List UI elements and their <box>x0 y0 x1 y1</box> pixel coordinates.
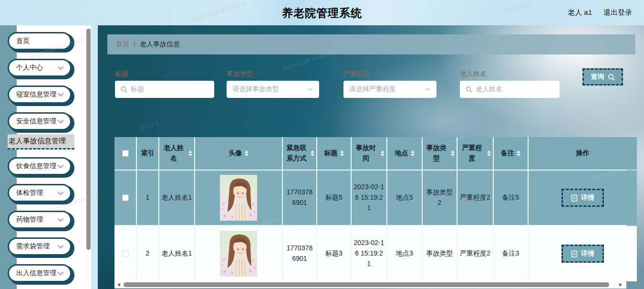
elder-name-search-input[interactable]: 老人姓名 <box>460 81 560 98</box>
search-button-label: 查询 <box>591 73 604 81</box>
severity-placeholder: 请选择严重程度 <box>349 85 396 94</box>
sidebar-item-label: 出入信息管理 <box>16 269 56 278</box>
type-cell: 事故类型2 <box>423 171 457 225</box>
current-user-link[interactable]: 老人 a1 <box>568 8 592 17</box>
remark-cell: 备注5 <box>494 171 528 225</box>
document-icon <box>571 194 578 202</box>
col-header-index[interactable]: 索引 <box>137 137 158 170</box>
sidebar-scrollbar-track[interactable] <box>86 28 91 287</box>
elder-name-cell: 老人姓名1 <box>159 171 194 225</box>
index-cell: 1 <box>137 171 158 225</box>
row-checkbox[interactable] <box>122 250 129 257</box>
filter-accident-type: 事故类型 请选择事故类型 <box>227 68 319 98</box>
chevron-down-icon <box>57 66 64 70</box>
accident-type-select[interactable]: 请选择事故类型 <box>227 81 319 98</box>
col-header-severity[interactable]: 严重程度 <box>457 137 493 170</box>
sidebar-item-label: 首页 <box>16 37 30 45</box>
sort-icon[interactable] <box>451 150 455 156</box>
sidebar-item-access-info[interactable]: 出入信息管理 <box>8 264 72 282</box>
sort-icon[interactable] <box>381 150 384 156</box>
action-cell: 详情 <box>529 226 637 281</box>
contact-cell: 17703786901 <box>283 226 316 281</box>
col-label: 索引 <box>141 148 155 159</box>
sort-icon[interactable] <box>487 150 491 156</box>
col-header-title[interactable]: 标题 <box>317 137 351 170</box>
search-button[interactable]: 查询 <box>582 68 623 86</box>
time-cell: 2023-02-16 15:19:21 <box>352 226 386 281</box>
sort-icon[interactable] <box>340 150 344 156</box>
elder-name-label: 老人姓名 <box>460 68 560 81</box>
col-header-time[interactable]: 事故时间 <box>352 137 386 170</box>
row-checkbox[interactable] <box>122 194 129 201</box>
chevron-down-icon <box>57 93 64 97</box>
title-search-input[interactable]: 标题 <box>115 81 214 98</box>
elder-avatar-photo[interactable] <box>220 175 257 221</box>
sort-icon[interactable] <box>188 150 192 156</box>
detail-button[interactable]: 详情 <box>561 189 604 207</box>
severity-select[interactable]: 请选择严重程度 <box>343 81 436 98</box>
detail-button[interactable]: 详情 <box>561 245 604 263</box>
col-header-place[interactable]: 地点 <box>387 137 422 170</box>
col-header-remark[interactable]: 备注 <box>494 137 528 170</box>
header-user-area: 老人 a1 退出登录 <box>568 8 632 17</box>
filter-elder-name: 老人姓名 老人姓名 <box>460 68 560 98</box>
sort-icon[interactable] <box>517 150 520 156</box>
col-header-avatar[interactable]: 头像 <box>195 137 282 170</box>
sidebar-item-label: 体检管理 <box>16 189 43 197</box>
col-label: 紧急联系方式 <box>285 143 308 163</box>
remark-cell: 备注3 <box>494 226 528 281</box>
document-icon <box>571 250 578 257</box>
sort-icon[interactable] <box>311 150 314 156</box>
search-icon <box>121 86 127 93</box>
scroll-left-arrow[interactable] <box>117 283 120 287</box>
sidebar-menu: 首页 个人中心 寝室信息管理 安全信息管理 老人事故信息管理 饮食信息管理 体检… <box>8 32 74 289</box>
sidebar-item-elder-accident-info-active[interactable]: 老人事故信息管理 <box>8 134 74 150</box>
sidebar-item-demand-bag[interactable]: 需求袋管理 <box>8 237 72 256</box>
sidebar-item-physical-exam[interactable]: 体检管理 <box>8 184 72 202</box>
breadcrumb-separator: / <box>134 41 135 48</box>
detail-button-label: 详情 <box>581 249 594 258</box>
scroll-right-arrow[interactable] <box>619 283 622 287</box>
col-label: 操作 <box>576 148 590 159</box>
severity-cell: 严重程度2 <box>457 226 493 281</box>
sidebar-item-home[interactable]: 首页 <box>8 32 72 50</box>
breadcrumb-home-link[interactable]: 首页 <box>116 40 129 49</box>
sidebar-item-label: 个人中心 <box>16 64 43 72</box>
title-cell: 标题5 <box>317 171 351 225</box>
chevron-down-icon <box>57 191 64 195</box>
place-cell: 地点5 <box>387 171 422 225</box>
table-row-cell <box>114 226 136 281</box>
horizontal-scrollbar-thumb[interactable] <box>124 282 609 287</box>
col-label: 地点 <box>395 148 408 159</box>
sort-icon[interactable] <box>245 150 249 156</box>
place-cell: 地点3 <box>387 226 422 281</box>
elder-avatar-photo[interactable] <box>220 231 257 277</box>
sidebar-scrollbar-thumb[interactable] <box>86 29 91 250</box>
top-header: 养老院管理系统 老人 a1 退出登录 <box>0 0 644 25</box>
sidebar-item-medicine[interactable]: 药物管理 <box>8 211 72 229</box>
app-title: 养老院管理系统 <box>0 6 644 21</box>
col-label: 头像 <box>229 148 242 159</box>
breadcrumb-current: 老人事故信息 <box>140 40 180 49</box>
search-icon <box>608 74 615 81</box>
col-header-action: 操作 <box>529 137 637 170</box>
breadcrumb: 首页 / 老人事故信息 <box>107 34 635 54</box>
logout-link[interactable]: 退出登录 <box>603 8 632 17</box>
select-all-checkbox[interactable] <box>122 150 129 157</box>
avatar-cell <box>195 226 282 281</box>
table-horizontal-scrollbar[interactable] <box>114 281 626 289</box>
title-cell: 标题3 <box>317 226 351 281</box>
col-header-elder-name[interactable]: 老人姓名 <box>159 137 194 170</box>
accident-table: 索引 老人姓名 头像 紧急联系方式 标题 事故时间 地点 事故类型 严重程度 备… <box>114 137 626 281</box>
sidebar-item-personal-center[interactable]: 个人中心 <box>8 59 72 77</box>
col-header-contact[interactable]: 紧急联系方式 <box>283 137 316 170</box>
filter-title: 标题 标题 <box>115 68 214 98</box>
title-input-placeholder: 标题 <box>131 85 144 94</box>
sidebar-item-dorm-info[interactable]: 寝室信息管理 <box>8 86 72 104</box>
sidebar-item-diet-info[interactable]: 饮食信息管理 <box>8 157 72 175</box>
sidebar-item-safety-info[interactable]: 安全信息管理 <box>8 112 72 130</box>
action-cell: 详情 <box>529 171 637 225</box>
sort-icon[interactable] <box>411 150 415 156</box>
col-header-type[interactable]: 事故类型 <box>423 137 457 170</box>
sidebar-item-label: 药物管理 <box>16 215 43 224</box>
